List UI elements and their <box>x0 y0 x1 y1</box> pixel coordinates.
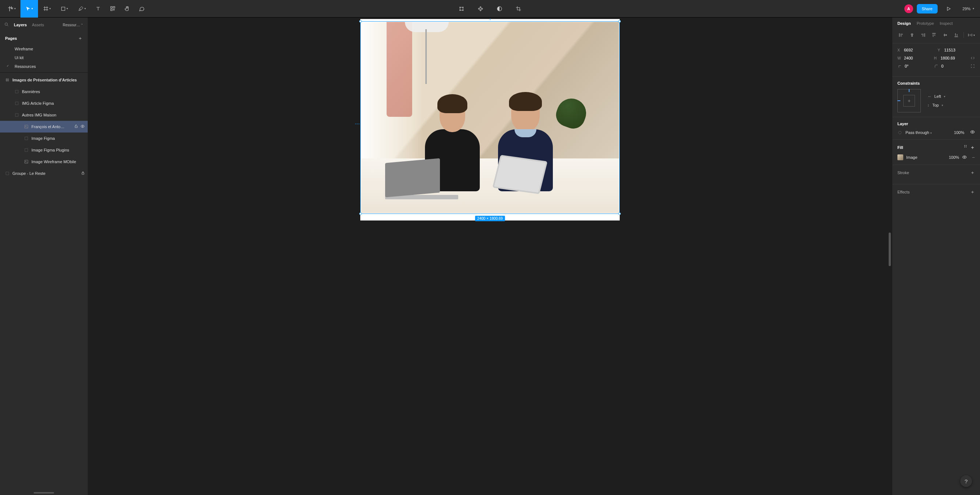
horizontal-scrollbar[interactable] <box>0 490 88 495</box>
constraints-widget[interactable]: + <box>897 89 921 113</box>
fill-styles-icon[interactable]: ∷ <box>964 144 966 151</box>
unlock-icon[interactable] <box>74 124 78 129</box>
y-input[interactable] <box>944 48 966 52</box>
tab-design[interactable]: Design <box>897 21 911 25</box>
crop-tool[interactable] <box>511 0 526 17</box>
page-item-wireframe[interactable]: Wireframe <box>0 44 88 53</box>
image-icon <box>24 160 29 164</box>
align-hcenter-button[interactable] <box>908 31 916 40</box>
move-tool[interactable]: ▾ <box>21 0 38 17</box>
svg-rect-19 <box>25 149 28 151</box>
y-label: Y <box>938 48 942 52</box>
link-dims-icon[interactable] <box>970 56 975 60</box>
stroke-label: Stroke <box>897 170 909 175</box>
layer-groupe-reste[interactable]: Groupe - Le Reste <box>0 168 88 179</box>
frame-icon <box>14 89 19 94</box>
visible-icon[interactable] <box>80 124 85 129</box>
resources-tool[interactable] <box>105 0 120 17</box>
radius-input[interactable] <box>941 64 963 68</box>
text-tool[interactable] <box>91 0 105 17</box>
canvas[interactable]: 2400 × 1800.69 <box>88 17 892 495</box>
independent-corners-icon[interactable] <box>970 64 975 68</box>
svg-point-24 <box>972 132 973 133</box>
component-tool[interactable] <box>454 0 469 17</box>
fill-visible-icon[interactable] <box>962 155 967 160</box>
svg-point-10 <box>5 23 8 25</box>
canvas-vertical-scrollbar[interactable] <box>889 233 891 266</box>
distribute-button[interactable]: ▾ <box>967 31 975 40</box>
top-toolbar: ▾ ▾ ▾ ▾ ▾ <box>0 0 980 17</box>
frame-icon <box>14 113 19 117</box>
tab-layers[interactable]: Layers <box>14 23 27 27</box>
svg-rect-23 <box>82 173 84 175</box>
user-avatar[interactable]: A <box>904 5 913 13</box>
constraint-v-dropdown[interactable]: ↕Top▾ <box>928 103 945 107</box>
svg-rect-12 <box>15 102 18 105</box>
h-label: H <box>934 56 939 60</box>
svg-rect-20 <box>25 160 28 163</box>
svg-rect-22 <box>6 172 9 175</box>
blend-mode-dropdown[interactable]: Pass through ▾ <box>905 130 932 135</box>
align-vcenter-button[interactable] <box>941 31 950 40</box>
selected-image-frame[interactable]: 2400 × 1800.69 <box>360 19 620 221</box>
layer-autres-img[interactable]: Autres IMG Maison <box>0 109 88 121</box>
zoom-dropdown[interactable]: 29% ▾ <box>959 6 977 11</box>
rotation-input[interactable] <box>905 64 927 68</box>
present-button[interactable] <box>941 0 956 17</box>
tab-prototype[interactable]: Prototype <box>917 21 934 25</box>
lock-icon[interactable] <box>81 171 85 176</box>
fill-opacity[interactable]: 100% <box>949 155 959 160</box>
x-input[interactable] <box>904 48 926 52</box>
fill-swatch[interactable] <box>897 154 903 160</box>
effects-label: Effects <box>897 190 910 194</box>
image-icon <box>24 124 29 129</box>
share-button[interactable]: Share <box>917 4 938 14</box>
h-input[interactable] <box>940 56 963 60</box>
svg-rect-18 <box>25 137 28 140</box>
layer-image-figma-plugins[interactable]: Image Figma Plugins <box>0 144 88 156</box>
rotation-icon <box>897 64 902 68</box>
page-item-ressources[interactable]: ✓Ressources <box>0 62 88 71</box>
svg-point-15 <box>25 126 26 127</box>
svg-point-8 <box>463 10 463 11</box>
layer-visible-icon[interactable] <box>970 130 975 135</box>
add-stroke-button[interactable]: ＋ <box>970 170 975 176</box>
layer-francois-antoine[interactable]: François et Anto… <box>0 121 88 133</box>
shape-tool[interactable]: ▾ <box>56 0 73 17</box>
image-content <box>361 22 619 213</box>
zoom-value: 29% <box>963 6 970 11</box>
svg-rect-16 <box>75 126 77 128</box>
align-left-button[interactable] <box>897 31 905 40</box>
help-button[interactable]: ? <box>960 475 972 487</box>
search-icon[interactable] <box>5 22 9 27</box>
hand-tool[interactable] <box>120 0 134 17</box>
mask-tool[interactable] <box>473 0 488 17</box>
tab-assets[interactable]: Assets <box>32 23 44 27</box>
layer-image-figma[interactable]: Image Figma <box>0 133 88 144</box>
w-input[interactable] <box>904 56 926 60</box>
layer-bannieres[interactable]: Bannières <box>0 86 88 97</box>
add-page-button[interactable]: ＋ <box>78 35 83 41</box>
pen-tool[interactable]: ▾ <box>73 0 91 17</box>
tab-inspect[interactable]: Inspect <box>940 21 953 25</box>
layer-image-wireframe-mobile[interactable]: Image Wireframe MObile <box>0 156 88 168</box>
constraint-h-dropdown[interactable]: ↔Left▾ <box>928 94 945 98</box>
frame-root[interactable]: Images de Présentation d'Articles <box>0 74 88 86</box>
align-top-button[interactable] <box>929 31 939 40</box>
remove-fill-button[interactable]: − <box>972 154 975 160</box>
add-fill-button[interactable]: ＋ <box>970 144 975 151</box>
add-effect-button[interactable]: ＋ <box>970 189 975 195</box>
align-right-button[interactable] <box>919 31 928 40</box>
blend-icon: ◌ <box>897 130 902 135</box>
boolean-tool[interactable] <box>492 0 507 17</box>
resources-dropdown[interactable]: Ressour… ⌃ <box>63 23 83 27</box>
page-item-uikit[interactable]: Ui kit <box>0 53 88 62</box>
group-icon <box>5 171 10 176</box>
comment-tool[interactable] <box>134 0 149 17</box>
main-menu-button[interactable]: ▾ <box>3 0 21 17</box>
align-bottom-button[interactable] <box>952 31 961 40</box>
frame-tool[interactable]: ▾ <box>38 0 56 17</box>
layer-opacity[interactable]: 100% <box>954 130 964 135</box>
radius-icon <box>934 64 939 68</box>
layer-img-article[interactable]: IMG Article Figma <box>0 97 88 109</box>
